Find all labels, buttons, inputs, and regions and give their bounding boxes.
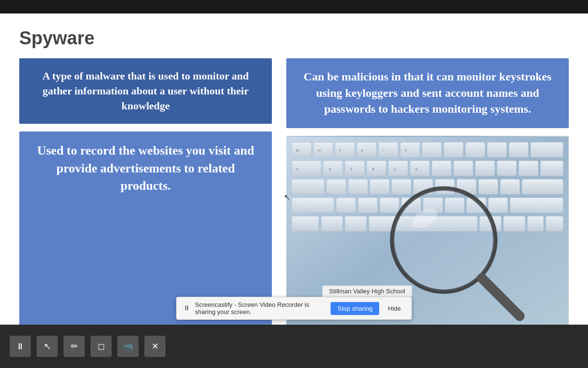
svg-rect-12	[531, 142, 563, 158]
svg-rect-26	[327, 179, 346, 195]
svg-text:σ: σ	[329, 167, 331, 171]
svg-text:φ: φ	[372, 167, 375, 171]
malicious-box: Can be malicious in that it can monitor …	[286, 58, 569, 128]
close-icon: ✕	[152, 341, 159, 352]
svg-text:α: α	[296, 167, 299, 171]
svg-rect-15	[345, 160, 365, 176]
svg-rect-34	[500, 179, 520, 195]
definition-box: A type of malware that is used to monito…	[19, 58, 272, 124]
svg-rect-23	[519, 160, 538, 176]
svg-rect-35	[522, 179, 563, 195]
pen-button[interactable]: ✏	[64, 336, 85, 357]
svg-text:υ: υ	[405, 148, 407, 152]
slide-area: Spyware A type of malware that is used t…	[0, 13, 588, 325]
svg-rect-3	[335, 142, 355, 158]
svg-rect-6	[400, 142, 420, 158]
slide-title: Spyware	[19, 28, 569, 49]
svg-rect-39	[380, 197, 399, 213]
camera-icon: 📹	[123, 341, 133, 352]
svg-rect-48	[345, 216, 367, 231]
pause-icon: ⏸	[16, 342, 25, 352]
svg-rect-28	[370, 179, 390, 195]
eraser-button[interactable]: ◻	[90, 336, 112, 357]
pause-icon: ⏸	[183, 304, 190, 312]
svg-rect-44	[488, 197, 508, 213]
camera-button[interactable]: 📹	[117, 336, 139, 357]
svg-rect-45	[510, 197, 563, 213]
svg-rect-37	[336, 197, 356, 213]
svg-rect-33	[479, 179, 499, 195]
bottom-toolbar: ⏸ ↖ ✏ ◻ 📹 ✕	[0, 325, 588, 368]
notification-bar: ⏸ Screencastify - Screen Video Recorder …	[176, 297, 412, 320]
school-label: Stillman Valley High School	[322, 286, 412, 297]
eraser-icon: ◻	[98, 341, 105, 352]
screen-share-notification: Stillman Valley High School ⏸ Screencast…	[176, 286, 412, 320]
svg-text:ρ: ρ	[361, 148, 364, 152]
svg-rect-9	[466, 142, 486, 158]
svg-text:ε: ε	[340, 148, 342, 152]
svg-rect-1	[292, 142, 312, 158]
svg-rect-18	[410, 160, 430, 176]
svg-rect-20	[454, 160, 473, 176]
svg-rect-7	[422, 142, 442, 158]
svg-rect-47	[321, 216, 343, 231]
pen-icon: ✏	[71, 341, 78, 352]
svg-rect-21	[475, 160, 495, 176]
svg-rect-19	[432, 160, 452, 176]
cursor-button[interactable]: ↖	[37, 336, 58, 357]
svg-rect-17	[388, 160, 408, 176]
svg-rect-25	[292, 179, 325, 195]
svg-text:ω: ω	[318, 148, 321, 152]
svg-text:δ: δ	[350, 167, 353, 171]
svg-rect-46	[292, 216, 319, 231]
svg-text:ψ: ψ	[296, 148, 299, 152]
svg-rect-11	[509, 142, 529, 158]
svg-rect-10	[487, 142, 507, 158]
svg-text:γ: γ	[394, 167, 396, 171]
svg-rect-5	[379, 142, 398, 158]
hide-button[interactable]: Hide	[384, 302, 405, 315]
svg-rect-53	[546, 216, 563, 231]
svg-rect-36	[292, 197, 334, 213]
svg-rect-14	[323, 160, 343, 176]
stop-sharing-button[interactable]: Stop sharing	[331, 302, 379, 315]
notification-message: Screencastify - Screen Video Recorder is…	[195, 301, 326, 315]
svg-rect-27	[348, 179, 368, 195]
svg-rect-16	[367, 160, 386, 176]
svg-rect-24	[540, 160, 563, 176]
svg-rect-52	[527, 216, 544, 231]
close-button[interactable]: ✕	[144, 336, 166, 357]
cursor-icon: ↖	[44, 341, 51, 352]
svg-rect-2	[314, 142, 333, 158]
svg-rect-29	[392, 179, 411, 195]
svg-rect-51	[504, 216, 525, 231]
svg-rect-4	[357, 142, 377, 158]
svg-text:η: η	[416, 167, 418, 171]
svg-rect-22	[497, 160, 517, 176]
svg-rect-38	[358, 197, 378, 213]
svg-rect-8	[444, 142, 464, 158]
pause-button[interactable]: ⏸	[10, 336, 31, 357]
